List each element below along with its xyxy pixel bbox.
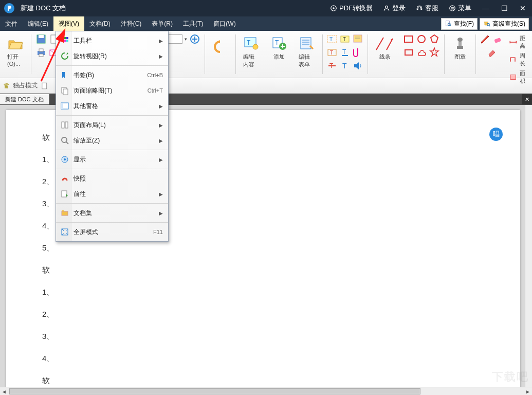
svg-point-55 <box>62 137 67 142</box>
page-line: 软 <box>42 376 484 386</box>
svg-rect-50 <box>63 89 68 95</box>
add-button[interactable]: T 添加 <box>268 33 290 63</box>
stamp-button[interactable]: 图章 <box>449 33 471 63</box>
rotate-button[interactable] <box>209 33 231 57</box>
submenu-arrow-icon: ▶ <box>159 191 163 197</box>
perimeter-icon[interactable] <box>509 54 518 65</box>
pencil-icon[interactable] <box>480 33 491 45</box>
zoom-dropdown-icon[interactable]: ▾ <box>185 37 187 42</box>
view-menu-item[interactable]: 文档集▶ <box>56 205 168 221</box>
view-menu-item[interactable]: 工具栏▶ <box>56 33 168 48</box>
submenu-arrow-icon: ▶ <box>159 53 163 59</box>
find-button[interactable]: 查找(F) <box>441 18 478 30</box>
menu-item-6[interactable]: 工具(T) <box>178 16 208 31</box>
distance-icon[interactable] <box>509 37 518 48</box>
scroll-left-icon[interactable]: ◄ <box>0 387 8 395</box>
page-line: 5、 <box>42 243 484 253</box>
attach-icon[interactable] <box>352 47 363 58</box>
shape-rect2-icon[interactable] <box>403 47 414 58</box>
view-menu-item[interactable]: 显示▶ <box>56 152 168 167</box>
support-button[interactable]: 客服 <box>411 4 444 13</box>
main-menu-button[interactable]: 菜单 <box>444 4 476 13</box>
text-blue-icon[interactable]: T <box>339 60 351 71</box>
edit-form-button[interactable]: 编辑表单 <box>296 33 318 70</box>
view-menu-item[interactable]: 快照 <box>56 171 168 186</box>
svg-rect-45 <box>66 37 68 39</box>
svg-rect-38 <box>405 50 412 55</box>
view-menu-item[interactable]: 页面缩略图(T)Ctrl+T <box>56 83 168 98</box>
svg-point-3 <box>386 6 388 8</box>
menu-item-5[interactable]: 表单(R) <box>146 16 178 31</box>
floating-badge[interactable]: 唱 <box>489 128 503 141</box>
shape-poly-icon[interactable] <box>429 33 440 45</box>
menu-item-2[interactable]: 视图(V) <box>53 16 84 31</box>
note-icon[interactable] <box>352 33 363 45</box>
page-thumb-icon[interactable] <box>41 82 49 90</box>
menu-item-label: 书签(B) <box>74 71 143 80</box>
underline-t-icon[interactable]: T <box>339 47 351 58</box>
page-line: 2、 <box>42 310 484 319</box>
minimize-button[interactable]: — <box>476 0 495 16</box>
pdf-converter-button[interactable]: PDF转换器 <box>325 4 378 13</box>
svg-rect-47 <box>64 40 66 42</box>
menu-item-3[interactable]: 文档(D) <box>84 16 116 31</box>
eraser-icon[interactable] <box>486 47 498 58</box>
document-tab[interactable]: 新建 DOC 文档 <box>0 94 49 104</box>
save-icon[interactable] <box>35 33 47 45</box>
open-button[interactable]: 打开(O)... <box>4 33 27 69</box>
menu-item-label: 缩放至(Z) <box>74 136 155 145</box>
shape-circle-icon[interactable] <box>416 33 427 45</box>
view-menu-item[interactable]: 旋转视图(R)▶ <box>56 48 168 64</box>
view-menu-item[interactable]: 其他窗格▶ <box>56 98 168 114</box>
sound-icon[interactable] <box>352 60 363 71</box>
lines-button[interactable]: 线条 <box>372 33 398 63</box>
watermark: 下载吧 <box>492 369 529 385</box>
window-title: 新建 DOC 文档 <box>19 4 66 13</box>
print-icon[interactable] <box>35 47 47 58</box>
menu-item-1[interactable]: 编辑(E) <box>23 16 53 31</box>
horizontal-scrollbar[interactable]: ◄ ► <box>0 387 532 395</box>
view-menu-item[interactable]: 前往▶ <box>56 186 168 202</box>
distance-label: 距离 <box>520 34 528 50</box>
tab-close-button[interactable]: ✕ <box>522 94 532 104</box>
login-button[interactable]: 登录 <box>378 4 411 13</box>
highlight-icon[interactable]: T <box>339 33 351 45</box>
scroll-right-icon[interactable]: ► <box>524 387 532 395</box>
view-menu-item[interactable]: 缩放至(Z)▶ <box>56 133 168 148</box>
close-button[interactable]: ✕ <box>513 0 532 16</box>
submenu-arrow-icon: ▶ <box>159 210 163 216</box>
view-menu-item[interactable]: 页面布局(L)▶ <box>56 117 168 133</box>
svg-rect-59 <box>62 211 68 216</box>
submenu-arrow-icon: ▶ <box>159 157 163 163</box>
area-label: 面积 <box>520 69 528 85</box>
edit-content-button[interactable]: T 编辑内容 <box>240 33 263 70</box>
area-icon[interactable] <box>509 71 518 83</box>
menu-item-0[interactable]: 文件 <box>0 16 23 31</box>
textbox-t-icon[interactable]: T <box>326 47 338 58</box>
edit-content-label: 编辑内容 <box>243 53 260 68</box>
shape-star-icon[interactable] <box>429 47 440 58</box>
exclusive-mode-label[interactable]: 独占模式 <box>13 81 38 90</box>
advanced-find-button[interactable]: 高级查找(S) <box>480 18 529 30</box>
menu-item-label: 全屏模式 <box>74 228 149 237</box>
svg-rect-12 <box>39 49 43 51</box>
view-menu-item[interactable]: 书签(B)Ctrl+B <box>56 67 168 83</box>
menu-item-label: 前往 <box>74 190 155 199</box>
menu-item-4[interactable]: 注释(C) <box>116 16 147 31</box>
svg-point-37 <box>418 35 425 43</box>
shape-rect-icon[interactable] <box>403 33 414 45</box>
zoom-plus-icon[interactable] <box>189 33 200 45</box>
scroll-thumb[interactable] <box>9 388 420 394</box>
menu-item-7[interactable]: 窗口(W) <box>208 16 241 31</box>
eraser-pink-icon[interactable] <box>492 33 504 45</box>
svg-point-2 <box>333 7 335 9</box>
strike-t-icon[interactable]: T <box>326 60 338 71</box>
text-box-icon[interactable]: T <box>326 33 338 45</box>
menu-item-shortcut: Ctrl+T <box>148 87 163 94</box>
maximize-button[interactable]: ☐ <box>495 0 513 16</box>
vertical-scrollbar[interactable] <box>525 105 532 387</box>
login-label: 登录 <box>392 4 406 13</box>
view-menu-item[interactable]: 全屏模式F11 <box>56 224 168 240</box>
menu-item-icon <box>60 51 69 61</box>
shape-cloud-icon[interactable] <box>416 47 427 58</box>
